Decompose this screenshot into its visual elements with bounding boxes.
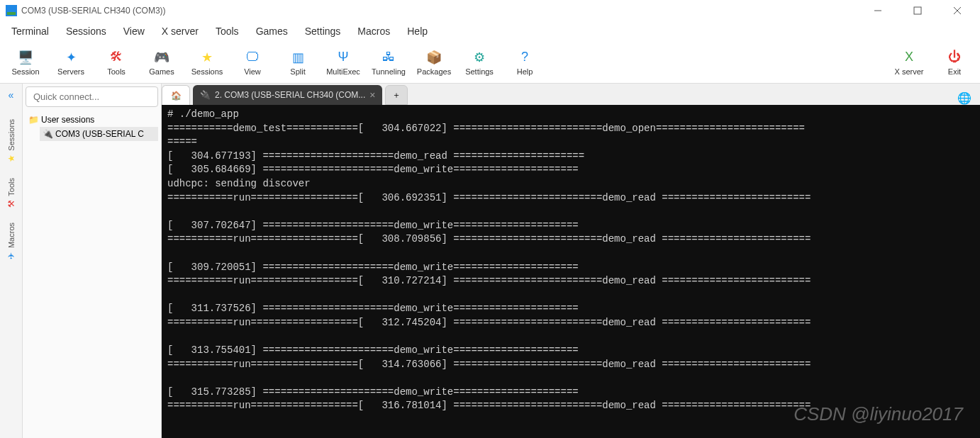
tool-tools[interactable]: 🛠Tools (94, 49, 139, 76)
svg-rect-3 (914, 7, 921, 14)
tool-label: Games (149, 67, 174, 76)
tool-packages[interactable]: 📦Packages (411, 49, 457, 76)
menu-sessions[interactable]: Sessions (57, 23, 115, 40)
new-tab-button[interactable]: ＋ (385, 85, 408, 105)
settings-icon: ⚙ (471, 49, 488, 66)
toolbar: 🖥️Session✦Servers🛠Tools🎮Games★Sessions🖵V… (0, 41, 980, 84)
tool-label: Session (11, 67, 39, 76)
tree-item-label: COM3 (USB-SERIAL C (55, 129, 144, 139)
tool-settings[interactable]: ⚙Settings (457, 49, 502, 76)
tool-label: Split (290, 67, 305, 76)
sessions-icon: ★ (199, 49, 216, 66)
x-server-icon: X (901, 49, 918, 66)
menu-macros[interactable]: Macros (349, 23, 399, 40)
split-icon: ▥ (289, 49, 306, 66)
app-icon (6, 5, 17, 16)
exit-icon: ⏻ (946, 49, 963, 66)
menu-help[interactable]: Help (399, 23, 436, 40)
tool-label: Packages (417, 67, 451, 76)
tool-session[interactable]: 🖥️Session (3, 49, 48, 76)
globe-icon[interactable]: 🌐 (952, 91, 977, 105)
tool-label: View (244, 67, 261, 76)
menu-settings[interactable]: Settings (296, 23, 350, 40)
servers-icon: ✦ (62, 49, 79, 66)
tool-label: Tools (107, 67, 126, 76)
tool-label: Exit (948, 67, 961, 76)
rail-macros[interactable]: ✈Macros (6, 215, 17, 268)
tool-label: MultiExec (326, 67, 360, 76)
tool-sessions[interactable]: ★Sessions (184, 49, 230, 76)
tree-item-com3[interactable]: 🔌 COM3 (USB-SERIAL C (40, 127, 158, 141)
tool-tunneling[interactable]: 🖧Tunneling (366, 49, 411, 76)
tool-help[interactable]: ?Help (502, 49, 547, 76)
tab-com3[interactable]: 🔌 2. COM3 (USB-SERIAL CH340 (COM... × (193, 85, 382, 105)
tool-label: Sessions (191, 67, 223, 76)
tool-games[interactable]: 🎮Games (139, 49, 184, 76)
games-icon: 🎮 (153, 49, 170, 66)
menu-bar: Terminal Sessions View X server Tools Ga… (0, 21, 980, 41)
menu-view[interactable]: View (115, 23, 153, 40)
tab-label: 2. COM3 (USB-SERIAL CH340 (COM... (215, 90, 365, 100)
quick-connect-input[interactable] (26, 86, 158, 107)
tree-root-label: User sessions (41, 115, 94, 125)
tool-multiexec[interactable]: ΨMultiExec (321, 49, 366, 76)
tab-strip: 🏠 🔌 2. COM3 (USB-SERIAL CH340 (COM... × … (162, 84, 980, 105)
tool-view[interactable]: 🖵View (230, 49, 275, 76)
workspace: « ★Sessions ⚒Tools ✈Macros 📁 User sessio… (0, 84, 980, 438)
multiexec-icon: Ψ (335, 49, 352, 66)
main-area: 🏠 🔌 2. COM3 (USB-SERIAL CH340 (COM... × … (162, 84, 980, 438)
home-icon: 🏠 (171, 91, 182, 101)
tools-icon: 🛠 (108, 49, 125, 66)
menu-xserver[interactable]: X server (153, 23, 207, 40)
session-icon: 🖥️ (17, 49, 34, 66)
serial-tab-icon: 🔌 (200, 90, 211, 100)
svg-rect-1 (7, 12, 16, 15)
maximize-button[interactable] (906, 2, 929, 19)
tool-servers[interactable]: ✦Servers (48, 49, 94, 76)
tool-label: X server (895, 67, 924, 76)
tool-label: Settings (465, 67, 494, 76)
left-rail: « ★Sessions ⚒Tools ✈Macros (0, 84, 23, 438)
rail-tools[interactable]: ⚒Tools (6, 171, 17, 216)
view-icon: 🖵 (244, 49, 261, 66)
tunneling-icon: 🖧 (380, 49, 397, 66)
sessions-tree-panel: 📁 User sessions 🔌 COM3 (USB-SERIAL C (23, 84, 162, 438)
menu-terminal[interactable]: Terminal (3, 23, 57, 40)
help-icon: ? (516, 49, 533, 66)
terminal-output[interactable]: # ./demo_app ===========demo_test=======… (162, 105, 980, 438)
plus-icon: ＋ (392, 89, 401, 101)
tool-x-server[interactable]: XX server (886, 49, 932, 76)
sessions-tree: 📁 User sessions 🔌 COM3 (USB-SERIAL C (23, 110, 161, 144)
packages-icon: 📦 (425, 49, 442, 66)
tool-split[interactable]: ▥Split (275, 49, 321, 76)
folder-icon: 📁 (28, 115, 38, 125)
title-bar: COM3 (USB-SERIAL CH340 (COM3)) (0, 0, 980, 21)
close-button[interactable] (946, 2, 969, 19)
tool-label: Servers (57, 67, 84, 76)
window-title: COM3 (USB-SERIAL CH340 (COM3)) (21, 6, 166, 16)
serial-icon: 🔌 (43, 129, 52, 139)
tab-home[interactable]: 🏠 (162, 85, 190, 105)
menu-games[interactable]: Games (247, 23, 296, 40)
tool-label: Tunneling (372, 67, 406, 76)
tab-close-icon[interactable]: × (369, 89, 375, 101)
tool-label: Help (517, 67, 533, 76)
tool-exit[interactable]: ⏻Exit (932, 49, 977, 76)
minimize-button[interactable] (867, 2, 889, 19)
tree-root-user-sessions[interactable]: 📁 User sessions (26, 113, 158, 127)
rail-sessions[interactable]: ★Sessions (6, 112, 17, 171)
collapse-sidebar-button[interactable]: « (9, 89, 14, 101)
menu-tools[interactable]: Tools (207, 23, 247, 40)
